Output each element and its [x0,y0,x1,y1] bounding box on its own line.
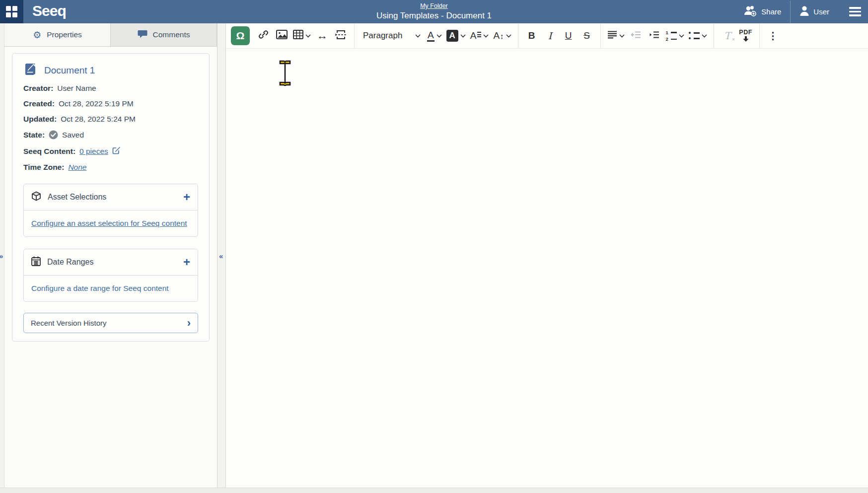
expand-panel-icon[interactable]: » [0,252,3,260]
seeq-content-icon: Ω [236,30,245,42]
property-row-updated: Updated: Oct 28, 2022 5:24 PM [23,115,198,124]
left-expand-rail[interactable]: » [0,23,4,488]
state-label: State: [23,131,45,140]
document-editor: Ω [226,23,868,488]
image-icon [276,30,288,42]
toolbar-separator [518,23,518,48]
time-zone-label: Time Zone: [23,163,64,172]
updated-label: Updated: [23,115,57,124]
align-left-icon [607,30,617,41]
gear-icon: ⚙ [33,30,41,40]
document-editor-canvas[interactable] [226,49,868,488]
sidebar-tabbar: ⚙ Properties Comments [4,23,217,47]
menu-button[interactable] [849,7,861,16]
comment-icon [138,29,147,40]
cube-icon [31,191,41,203]
updated-value: Oct 28, 2022 5:24 PM [61,115,136,124]
edit-icon[interactable] [112,146,121,156]
saved-check-icon [49,130,58,140]
pdf-export-button[interactable]: PDF [737,26,755,46]
apps-grid-button[interactable] [0,0,23,23]
chevron-down-icon[interactable] [305,34,311,38]
font-color-icon: A [427,30,434,42]
chevron-down-icon[interactable] [460,34,466,38]
insert-seeq-content-button[interactable]: Ω [231,26,250,45]
sidebar-panel-body: Document 1 Creator: User Name Created: O… [4,47,217,488]
font-family-button[interactable]: A [468,26,491,46]
navbar-center: My Folder Using Templates - Document 1 [310,1,558,21]
paragraph-style-value: Paragraph [363,31,402,41]
add-date-range-button[interactable]: + [183,257,190,267]
user-button[interactable]: User [791,5,838,18]
creator-value: User Name [57,84,96,93]
insert-link-button[interactable] [254,26,272,46]
breadcrumb[interactable]: My Folder [420,2,448,9]
pdf-export-icon: PDF [739,29,752,42]
seeq-content-label: Seeq Content: [23,147,75,156]
property-row-state: State: Saved [23,130,198,140]
document-properties-card: Document 1 Creator: User Name Created: O… [12,53,210,342]
created-value: Oct 28, 2022 5:19 PM [59,99,134,108]
panel-resize-divider[interactable]: « [217,23,226,488]
seeq-logo[interactable]: Seeq [32,3,66,20]
date-ranges-title: Date Ranges [47,258,93,267]
tab-properties[interactable]: ⚙ Properties [4,23,111,46]
chevron-down-icon[interactable] [702,34,707,38]
configure-date-range-link[interactable]: Configure a date range for Seeq content [31,284,169,292]
recent-version-history-label: Recent Version History [31,319,107,327]
chevron-down-icon[interactable] [506,34,511,38]
user-icon [799,5,809,18]
highlight-color-button[interactable]: A [444,26,468,46]
horizontal-rule-icon: ↔ [317,29,328,42]
asset-selections-section: Asset Selections + Configure an asset se… [23,184,198,237]
font-family-icon: A [470,30,482,41]
bullet-list-icon: • • [689,31,700,40]
property-row-time-zone: Time Zone: None [23,163,198,172]
properties-sidebar: ⚙ Properties Comments [4,23,217,488]
add-asset-selection-button[interactable]: + [183,192,190,202]
property-row-seeq-content: Seeq Content: 0 pieces [23,146,198,156]
outdent-icon [631,30,641,41]
toolbar-separator [759,23,760,48]
document-header: Document 1 [23,64,198,77]
calendar-icon [31,256,41,268]
seeq-content-pieces-link[interactable]: 0 pieces [79,147,108,156]
chevron-down-icon[interactable] [483,34,489,38]
property-row-creator: Creator: User Name [23,84,198,93]
bullet-list-button[interactable]: • • [687,26,709,46]
horizontal-scrollbar[interactable] [0,488,868,493]
recent-version-history-button[interactable]: Recent Version History › [23,313,198,333]
tab-comments[interactable]: Comments [111,23,217,46]
configure-asset-selection-link[interactable]: Configure an asset selection for Seeq co… [31,219,187,227]
italic-button[interactable]: I [541,26,559,46]
insert-image-button[interactable] [273,26,290,46]
strikethrough-button[interactable]: S [578,26,596,46]
indent-button[interactable] [646,26,663,46]
insert-page-break-button[interactable] [332,26,350,46]
clear-formatting-button: T× [719,26,736,46]
chevron-down-icon[interactable] [679,34,684,38]
font-color-button[interactable]: A [425,26,444,46]
book-icon [23,64,37,77]
date-ranges-header: Date Ranges + [24,249,198,276]
collapse-panel-icon[interactable]: « [219,252,223,260]
editor-toolbar: Ω [226,23,868,49]
toolbar-separator [354,23,355,48]
chevron-down-icon[interactable] [436,34,442,38]
share-button[interactable]: Share [734,5,790,18]
bold-button[interactable]: B [523,26,541,46]
time-zone-link[interactable]: None [68,163,86,172]
paragraph-style-select[interactable]: Paragraph [359,26,425,46]
chevron-down-icon[interactable] [619,34,625,38]
asset-selections-body: Configure an asset selection for Seeq co… [24,211,198,236]
insert-horizontal-rule-button[interactable]: ↔ [313,26,331,46]
ordered-list-button[interactable]: 1 2 [664,26,686,46]
creator-label: Creator: [23,84,53,93]
insert-table-button[interactable] [291,26,313,46]
more-options-button[interactable]: ⋮ [764,26,782,46]
text-align-button[interactable] [605,26,627,46]
toolbar-separator [714,23,714,48]
underline-button[interactable]: U [560,26,578,46]
date-ranges-body: Configure a date range for Seeq content [24,276,198,301]
font-size-button[interactable]: A↕ [491,26,513,46]
